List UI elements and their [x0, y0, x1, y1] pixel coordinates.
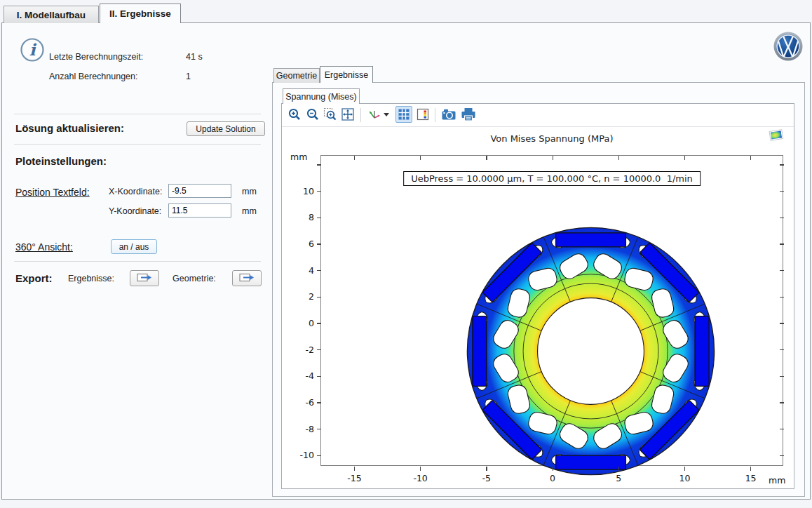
export-heading: Export: — [15, 272, 53, 284]
plot-area: UebPress = 10.0000 µm, T = 100.000 °C, n… — [320, 155, 783, 466]
axis-tick — [317, 218, 321, 218]
axis-tick — [684, 467, 685, 471]
x-unit-label: mm — [242, 187, 257, 196]
tick-label: 6 — [289, 239, 314, 249]
view-360-label: 360° Ansicht: — [15, 241, 73, 253]
axis-tick — [780, 191, 784, 192]
axis-tick — [553, 467, 553, 471]
info-icon: i — [20, 37, 45, 65]
separator — [14, 144, 261, 145]
axis-tick — [317, 297, 321, 298]
tick-label: 15 — [737, 473, 765, 483]
axes-orientation-icon[interactable] — [366, 106, 381, 123]
y-coordinate-input[interactable] — [168, 203, 231, 218]
axis-tick — [750, 467, 751, 471]
last-computation-value: 41 s — [186, 52, 203, 62]
tab-geometrie[interactable]: Geometrie — [273, 68, 320, 83]
axis-tick — [317, 429, 321, 429]
graphics-toolbar — [282, 104, 794, 127]
axis-tick — [618, 467, 619, 471]
axis-tick — [317, 243, 321, 244]
color-legend-icon[interactable] — [414, 106, 431, 123]
separator — [14, 114, 261, 114]
y-coordinate-label: Y-Koordinate: — [109, 206, 161, 216]
parameter-annotation: UebPress = 10.0000 µm, T = 100.000 °C, n… — [403, 171, 701, 186]
export-icon — [239, 272, 255, 285]
graphics-canvas[interactable]: Von Mises Spannung (MPa) mm mm UebPress … — [282, 127, 794, 488]
axis-tick — [486, 467, 487, 471]
export-geometry-button[interactable] — [232, 270, 262, 286]
tick-label: -5 — [473, 473, 501, 483]
computation-count-value: 1 — [186, 72, 191, 81]
export-results-label: Ergebnisse: — [68, 274, 114, 283]
axis-tick — [317, 270, 321, 271]
zoom-in-icon[interactable] — [286, 106, 303, 123]
axis-tick — [780, 429, 784, 429]
tick-label: 4 — [289, 265, 314, 276]
tick-label: 0 — [289, 318, 314, 328]
x-coordinate-input[interactable] — [168, 184, 231, 198]
update-solution-label: Lösung aktualisieren: — [15, 122, 124, 134]
tab-spannung-mises[interactable]: Spannung (Mises) — [283, 88, 360, 104]
axis-tick — [780, 297, 784, 298]
position-textfield-label: Position Textfeld: — [15, 187, 90, 198]
export-icon — [137, 272, 152, 285]
export-results-button[interactable] — [130, 270, 159, 286]
rotor-stress-figure — [460, 220, 722, 482]
plot-settings-heading: Ploteinstellungen: — [15, 155, 107, 167]
tick-label: -2 — [289, 345, 314, 355]
separator — [14, 261, 261, 262]
axis-tick — [780, 376, 784, 377]
tick-label: -8 — [289, 424, 314, 434]
axis-tick — [317, 164, 321, 165]
grid-toggle-icon[interactable] — [395, 106, 412, 123]
tick-label: 0 — [539, 473, 567, 483]
axis-tick — [684, 156, 685, 160]
x-axis-unit: mm — [769, 475, 785, 486]
axes-dropdown-caret[interactable] — [381, 106, 391, 123]
axis-tick — [317, 191, 321, 192]
tick-label: -10 — [289, 450, 314, 460]
tick-label: 2 — [289, 291, 314, 302]
axis-tick — [780, 349, 784, 350]
axis-tick — [780, 218, 784, 218]
tick-label: 5 — [604, 473, 632, 483]
axis-tick — [780, 402, 784, 403]
axis-tick — [317, 323, 321, 323]
axis-tick — [317, 376, 321, 377]
tick-label: -10 — [407, 473, 435, 483]
axis-tick — [354, 156, 355, 160]
axis-tick — [618, 156, 619, 160]
zoom-extents-icon[interactable] — [339, 106, 356, 123]
toolbar-separator — [435, 108, 435, 122]
print-icon[interactable] — [460, 106, 477, 123]
axis-tick — [486, 156, 487, 160]
update-solution-button[interactable]: Update Solution — [187, 121, 265, 136]
y-unit-label: mm — [242, 206, 257, 216]
toolbar-separator — [360, 108, 361, 122]
export-geometry-label: Geometrie: — [172, 274, 216, 283]
view-360-toggle-button[interactable]: an / aus — [111, 239, 157, 254]
axis-tick — [354, 467, 355, 471]
vw-logo — [773, 31, 804, 65]
axis-tick — [420, 467, 421, 471]
axis-tick — [317, 402, 321, 403]
tick-label: -6 — [289, 397, 314, 408]
axis-tick — [317, 349, 321, 350]
tab-ergebnisse[interactable]: II. Ergebnisse — [100, 4, 181, 23]
snapshot-camera-icon[interactable] — [440, 106, 457, 123]
axis-tick — [780, 164, 784, 165]
zoom-box-icon[interactable] — [322, 106, 339, 123]
tick-label: 8 — [289, 212, 314, 222]
tab-modellaufbau[interactable]: I. Modellaufbau — [4, 6, 99, 23]
axis-tick — [780, 455, 784, 456]
axis-tick — [780, 243, 784, 244]
tab-ergebnisse-graphics[interactable]: Ergebnisse — [320, 66, 373, 83]
zoom-out-icon[interactable] — [304, 106, 321, 123]
application-window: I. Modellaufbau II. Ergebnisse i Letzte … — [0, 0, 812, 508]
axis-tick — [780, 323, 784, 323]
tick-label: -15 — [340, 473, 368, 483]
tick-label: 10 — [670, 473, 698, 483]
x-coordinate-label: X-Koordinate: — [109, 187, 162, 196]
plot-title: Von Mises Spannung (MPa) — [447, 133, 657, 144]
